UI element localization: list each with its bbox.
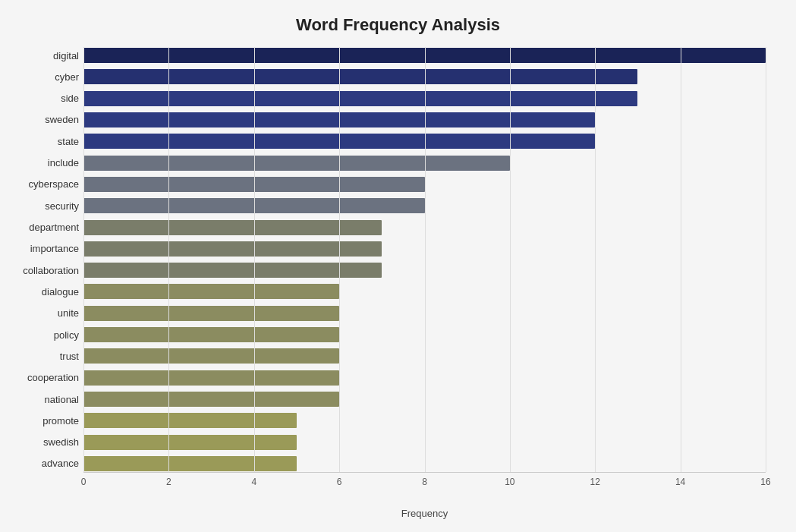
x-axis-label: Frequency [401, 508, 448, 519]
x-tick-label: 10 [505, 477, 514, 487]
bar-label: advance [3, 458, 79, 469]
x-tick-label: 8 [422, 477, 427, 487]
bar-label: swedish [3, 436, 79, 448]
bar-label: cyberspace [3, 178, 79, 190]
chart-title: Word Frequency Analysis [30, 15, 766, 35]
x-tick-label: 14 [675, 477, 685, 487]
chart-container: Word Frequency Analysis digitalcyberside… [0, 0, 796, 532]
bar [83, 413, 297, 428]
bar [83, 435, 297, 450]
bar-label: include [3, 157, 79, 168]
grid-line [254, 47, 255, 472]
bar-label: promote [3, 415, 79, 427]
bar-label: security [3, 200, 79, 212]
bar-label: cyber [3, 71, 79, 83]
x-tick-label: 6 [337, 477, 342, 487]
bar [83, 263, 382, 278]
grid-line [168, 47, 169, 472]
chart-area: digitalcybersideswedenstateincludecybers… [83, 47, 766, 495]
bar [83, 327, 339, 342]
bar-label: dialogue [3, 286, 79, 297]
bar [83, 156, 510, 171]
bar [83, 69, 637, 84]
bar-label: national [3, 394, 79, 405]
grid-line [83, 47, 84, 472]
bar-label: importance [3, 243, 79, 254]
x-tick-label: 4 [251, 477, 256, 487]
bar-label: policy [3, 329, 79, 341]
x-tick-label: 16 [760, 477, 770, 487]
bar [83, 241, 382, 257]
bar [83, 91, 637, 106]
bar-label: side [3, 93, 79, 104]
bar-label: unite [3, 307, 79, 319]
bar-label: collaboration [3, 265, 79, 276]
bar-label: state [3, 136, 79, 147]
bar-label: digital [3, 50, 79, 61]
grid-line [766, 47, 766, 472]
x-tick-label: 12 [590, 477, 600, 487]
bar [83, 392, 339, 407]
bar [83, 348, 339, 364]
grid-line [595, 47, 596, 472]
x-tick-label: 0 [81, 477, 87, 487]
grid-line [681, 47, 681, 472]
bar-label: trust [3, 351, 79, 362]
bar [83, 456, 297, 471]
x-tick-label: 2 [166, 477, 171, 487]
grid-line [339, 47, 340, 472]
bar-label: cooperation [3, 372, 79, 383]
x-axis: Frequency 0246810121416 [83, 472, 766, 495]
bar [83, 306, 339, 321]
bar [83, 370, 339, 386]
bar-label: department [3, 222, 79, 233]
grid-line [510, 47, 511, 472]
bar-label: sweden [3, 114, 79, 125]
grid-line [425, 47, 426, 472]
bar [83, 284, 339, 299]
bar [83, 220, 382, 235]
